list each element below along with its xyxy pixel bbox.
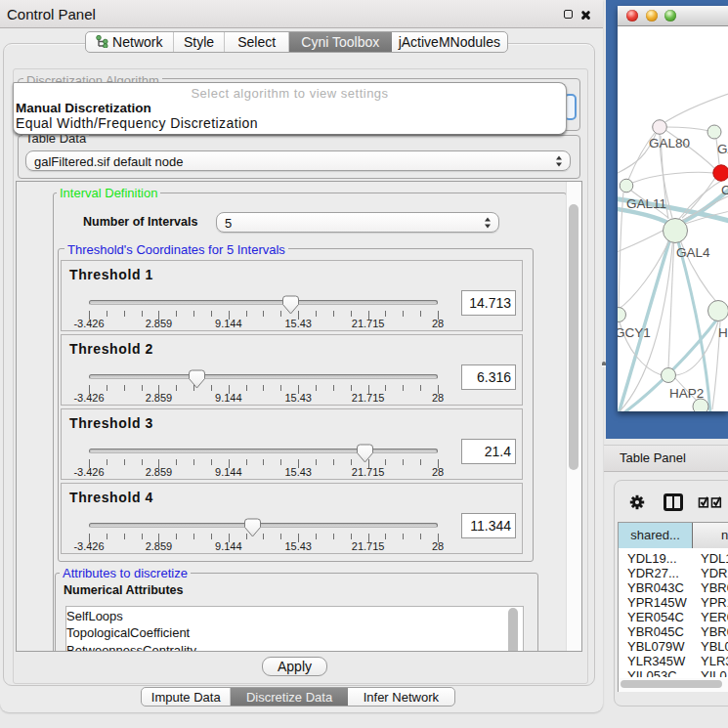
svg-text:GAL80: GAL80 (649, 136, 690, 150)
svg-text:GCY1: GCY1 (618, 325, 651, 340)
svg-text:H: H (718, 325, 728, 340)
svg-text:C: C (721, 183, 728, 197)
svg-text:GAL11: GAL11 (626, 196, 666, 211)
svg-text:GAL4: GAL4 (676, 245, 710, 260)
svg-text:GA: GA (717, 142, 728, 156)
svg-text:HAP2: HAP2 (669, 386, 704, 401)
